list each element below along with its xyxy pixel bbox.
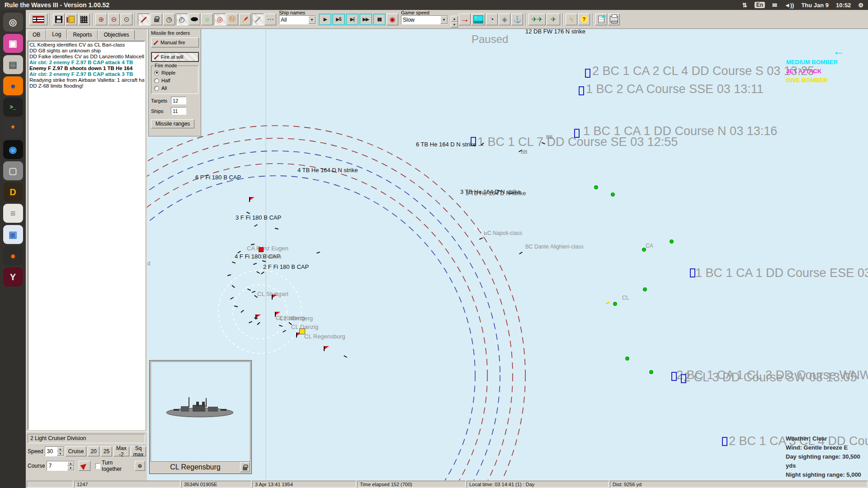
own-ship-flag-marker[interactable] [296, 333, 297, 338]
fire-at-will-button[interactable]: Fire at will [151, 52, 199, 62]
own-ship-flag-marker[interactable] [249, 197, 250, 202]
preset-sq-max[interactable]: Sq max [131, 446, 146, 456]
course-down-icon[interactable]: ▼ [67, 466, 74, 470]
tab-objectives[interactable]: Objectives [98, 30, 135, 40]
own-ship-flag-marker[interactable] [324, 346, 325, 351]
own-ship-flag-marker[interactable] [272, 295, 273, 300]
enemy-fleet-marker[interactable] [681, 374, 686, 383]
zoom-out-icon[interactable]: ⊖ [108, 14, 120, 25]
dock-virtualbox-icon[interactable]: ▣ [3, 225, 23, 244]
enemy-fleet-marker[interactable] [579, 86, 584, 95]
course-stepper[interactable]: 7 ▲▼ [47, 461, 75, 471]
tray-date[interactable]: Thu Jan 9 [801, 2, 829, 9]
log-list[interactable]: CL Kolberg identifies CV as CL Bari-clas… [28, 41, 145, 430]
save-icon[interactable] [53, 14, 65, 25]
advance-icon[interactable]: → [459, 14, 471, 25]
help-icon[interactable]: ? [578, 14, 590, 25]
zoom-in-icon[interactable]: ⊕ [95, 14, 107, 25]
speed-value[interactable]: 30 [45, 447, 57, 456]
dock-updater-icon[interactable]: * [3, 119, 23, 138]
radio-icon[interactable] [154, 86, 159, 91]
anchor-icon[interactable]: ⚓ [511, 14, 523, 25]
red-pencil-icon[interactable] [239, 14, 251, 25]
tray-time[interactable]: 10:52 [836, 2, 851, 9]
lock-view-icon[interactable] [151, 14, 162, 25]
green-range-icon[interactable]: ○ [201, 14, 213, 25]
radio-icon[interactable] [154, 78, 159, 83]
dock-orange-app-icon[interactable]: ● [3, 246, 23, 265]
tab-ob[interactable]: OB [27, 30, 46, 40]
air-group-icon[interactable]: ✈✈ [528, 14, 546, 25]
notes-eraser-icon[interactable]: ◈ [499, 14, 510, 25]
dock-pink-app-icon[interactable]: ▣ [3, 34, 23, 53]
enemy-fleet-marker[interactable] [471, 137, 476, 146]
enemy-fleet-marker[interactable] [690, 268, 695, 277]
network-icon[interactable]: ⇅ [742, 2, 747, 9]
tactical-map[interactable]: MEDIUM BOMBERJET ATTACKDIVE BOMBER Weath… [147, 29, 868, 480]
speed-decrease-icon[interactable]: ▼ [451, 22, 458, 28]
dock-wine-icon[interactable]: Y [3, 267, 23, 286]
torpedo-icon[interactable] [189, 14, 200, 25]
enemy-fleet-marker[interactable] [722, 437, 727, 446]
dock-text-editor-icon[interactable]: ≡ [3, 204, 23, 223]
german-flag-icon[interactable] [29, 14, 47, 25]
speed-increase-icon[interactable]: ▲ [451, 16, 458, 22]
plot-line-icon[interactable] [138, 14, 150, 25]
chevron-down-icon[interactable]: ▼ [308, 16, 316, 24]
enemy-fleet-marker[interactable] [585, 69, 590, 78]
more-icon[interactable]: ⋯ [264, 14, 276, 25]
set-course-button[interactable] [79, 461, 91, 471]
red-range-icon[interactable]: ◎ [214, 14, 226, 25]
dock-firefox-icon[interactable]: ● [3, 76, 23, 95]
exit-icon[interactable] [66, 14, 77, 25]
fire-mode-option-half[interactable]: Half [154, 78, 195, 83]
dock-launcher-settings-icon[interactable]: ◎ [3, 13, 23, 32]
chevron-down-icon[interactable]: ▼ [440, 16, 448, 24]
speed-up-icon[interactable]: ▲ [57, 447, 64, 451]
game-speed-dropdown[interactable]: Slow▼ [401, 15, 448, 24]
clock-icon[interactable]: ◷ [163, 14, 175, 25]
own-ship-flag-marker[interactable] [275, 312, 276, 317]
target-icon[interactable]: ◉ [387, 14, 398, 25]
manual-fire-button[interactable]: Manual fire [151, 38, 199, 47]
air-config-icon[interactable]: ✈ [547, 14, 560, 25]
fire-mode-option-all[interactable]: All [154, 85, 195, 91]
report-icon[interactable] [595, 14, 607, 25]
dock-dosbox-icon[interactable]: D [3, 183, 23, 202]
stopwatch-icon[interactable]: ◔ [486, 14, 498, 25]
print-icon[interactable] [608, 14, 620, 25]
fire-mode-option-ripple[interactable]: Ripple [154, 70, 195, 75]
gray-pencil-icon[interactable] [252, 14, 264, 25]
course-up-icon[interactable]: ▲ [67, 461, 74, 466]
mail-icon[interactable]: ✉ [772, 2, 777, 9]
radio-icon[interactable] [154, 70, 159, 75]
lightning-icon[interactable]: ϟ [566, 14, 577, 25]
dock-archive-icon[interactable]: ▢ [3, 161, 23, 180]
fast-forward-icon[interactable]: ▶▶ [359, 14, 372, 25]
speed-down-icon[interactable]: ▼ [57, 451, 64, 456]
ship-names-dropdown[interactable]: All▼ [279, 15, 316, 24]
speed-stepper[interactable]: 30 ▲▼ [45, 446, 64, 456]
pause-icon[interactable]: ▮▮ [373, 14, 386, 25]
lock-ship-button[interactable] [240, 462, 250, 472]
session-gear-icon[interactable]: ⚙ [858, 2, 863, 9]
play-5-icon[interactable]: ▶5 [332, 14, 345, 25]
preset-20[interactable]: 20 [88, 446, 99, 456]
dock-file-cabinet-icon[interactable]: ▤ [3, 55, 23, 74]
turn-together-checkbox[interactable] [95, 463, 100, 469]
preset-25[interactable]: 25 [101, 446, 112, 456]
play-step-icon[interactable]: ▶| [346, 14, 359, 25]
clock-alt-icon[interactable]: ◴ [176, 14, 188, 25]
volume-icon[interactable]: ◄)) [784, 2, 794, 9]
course-value[interactable]: 7 [47, 461, 67, 470]
formation-button[interactable]: ⊕ [135, 461, 145, 471]
tab-reports[interactable]: Reports [67, 30, 98, 40]
dock-passwords-icon[interactable]: ◉ [3, 140, 23, 159]
keyboard-layout-indicator[interactable]: En [755, 2, 765, 8]
enemy-fleet-marker[interactable] [574, 129, 580, 138]
missile-ranges-button[interactable]: Missile ranges [151, 119, 194, 128]
enemy-fleet-marker[interactable] [671, 372, 677, 381]
dock-terminal-icon[interactable]: >_ [3, 98, 23, 117]
play-icon[interactable]: ▶ [319, 14, 331, 25]
map-mode-icon[interactable] [472, 14, 485, 25]
